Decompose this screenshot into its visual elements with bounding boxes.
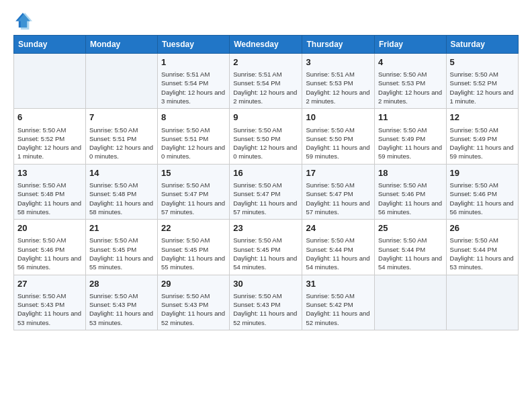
day-number: 15	[161, 167, 226, 179]
day-info: Sunrise: 5:50 AMSunset: 5:45 PMDaylight:…	[233, 236, 298, 271]
header	[13, 11, 519, 30]
day-info: Sunrise: 5:50 AMSunset: 5:51 PMDaylight:…	[89, 126, 154, 161]
day-info: Sunrise: 5:51 AMSunset: 5:53 PMDaylight:…	[306, 70, 371, 105]
day-number: 4	[378, 56, 443, 68]
week-row-1: 1Sunrise: 5:51 AMSunset: 5:54 PMDaylight…	[14, 54, 519, 109]
weekday-header-row: SundayMondayTuesdayWednesdayThursdayFrid…	[14, 36, 519, 54]
day-info: Sunrise: 5:50 AMSunset: 5:47 PMDaylight:…	[306, 181, 371, 216]
day-number: 9	[233, 111, 298, 124]
calendar-cell: 29Sunrise: 5:50 AMSunset: 5:43 PMDayligh…	[158, 275, 230, 330]
day-info: Sunrise: 5:51 AMSunset: 5:54 PMDaylight:…	[233, 70, 298, 105]
week-row-5: 27Sunrise: 5:50 AMSunset: 5:43 PMDayligh…	[14, 275, 519, 330]
day-info: Sunrise: 5:50 AMSunset: 5:45 PMDaylight:…	[161, 236, 226, 271]
calendar-cell: 28Sunrise: 5:50 AMSunset: 5:43 PMDayligh…	[85, 275, 157, 330]
day-number: 17	[306, 167, 371, 179]
week-row-3: 13Sunrise: 5:50 AMSunset: 5:48 PMDayligh…	[14, 164, 519, 219]
day-info: Sunrise: 5:50 AMSunset: 5:46 PMDaylight:…	[378, 181, 443, 216]
calendar-cell: 2Sunrise: 5:51 AMSunset: 5:54 PMDaylight…	[230, 54, 302, 109]
day-info: Sunrise: 5:50 AMSunset: 5:53 PMDaylight:…	[378, 70, 443, 105]
calendar-cell: 12Sunrise: 5:50 AMSunset: 5:49 PMDayligh…	[446, 109, 518, 164]
logo	[13, 11, 35, 30]
day-number: 7	[89, 111, 154, 124]
weekday-header-sunday: Sunday	[14, 36, 86, 54]
day-info: Sunrise: 5:50 AMSunset: 5:49 PMDaylight:…	[378, 126, 443, 161]
calendar-cell: 4Sunrise: 5:50 AMSunset: 5:53 PMDaylight…	[375, 54, 447, 109]
calendar-cell: 22Sunrise: 5:50 AMSunset: 5:45 PMDayligh…	[158, 220, 230, 275]
day-info: Sunrise: 5:50 AMSunset: 5:47 PMDaylight:…	[233, 181, 298, 216]
calendar-cell	[446, 275, 518, 330]
calendar-cell: 5Sunrise: 5:50 AMSunset: 5:52 PMDaylight…	[446, 54, 518, 109]
calendar-cell: 6Sunrise: 5:50 AMSunset: 5:52 PMDaylight…	[14, 109, 86, 164]
day-number: 20	[17, 222, 82, 234]
day-info: Sunrise: 5:50 AMSunset: 5:48 PMDaylight:…	[17, 181, 82, 216]
day-number: 31	[306, 278, 371, 290]
calendar-cell: 16Sunrise: 5:50 AMSunset: 5:47 PMDayligh…	[230, 164, 302, 219]
day-info: Sunrise: 5:50 AMSunset: 5:50 PMDaylight:…	[306, 126, 371, 161]
weekday-header-tuesday: Tuesday	[158, 36, 230, 54]
weekday-header-saturday: Saturday	[446, 36, 518, 54]
day-number: 24	[306, 222, 371, 234]
day-info: Sunrise: 5:50 AMSunset: 5:42 PMDaylight:…	[306, 291, 371, 327]
calendar-cell: 27Sunrise: 5:50 AMSunset: 5:43 PMDayligh…	[14, 275, 86, 330]
day-number: 3	[306, 56, 371, 68]
day-number: 27	[17, 278, 82, 290]
calendar-cell: 10Sunrise: 5:50 AMSunset: 5:50 PMDayligh…	[302, 109, 375, 164]
weekday-header-wednesday: Wednesday	[230, 36, 302, 54]
calendar-cell: 20Sunrise: 5:50 AMSunset: 5:46 PMDayligh…	[14, 220, 86, 275]
day-info: Sunrise: 5:50 AMSunset: 5:46 PMDaylight:…	[17, 236, 82, 271]
day-info: Sunrise: 5:50 AMSunset: 5:44 PMDaylight:…	[306, 236, 371, 271]
day-number: 22	[161, 222, 226, 234]
day-info: Sunrise: 5:50 AMSunset: 5:52 PMDaylight:…	[450, 70, 515, 105]
calendar-cell: 26Sunrise: 5:50 AMSunset: 5:44 PMDayligh…	[446, 220, 518, 275]
weekday-header-monday: Monday	[85, 36, 157, 54]
calendar-cell: 14Sunrise: 5:50 AMSunset: 5:48 PMDayligh…	[85, 164, 157, 219]
day-number: 25	[378, 222, 443, 234]
day-number: 18	[378, 167, 443, 179]
day-info: Sunrise: 5:50 AMSunset: 5:47 PMDaylight:…	[161, 181, 226, 216]
day-info: Sunrise: 5:50 AMSunset: 5:46 PMDaylight:…	[450, 181, 515, 216]
day-info: Sunrise: 5:50 AMSunset: 5:43 PMDaylight:…	[17, 291, 82, 327]
week-row-2: 6Sunrise: 5:50 AMSunset: 5:52 PMDaylight…	[14, 109, 519, 164]
day-number: 28	[89, 278, 154, 290]
day-info: Sunrise: 5:50 AMSunset: 5:44 PMDaylight:…	[378, 236, 443, 271]
calendar-cell: 3Sunrise: 5:51 AMSunset: 5:53 PMDaylight…	[302, 54, 375, 109]
calendar-cell: 13Sunrise: 5:50 AMSunset: 5:48 PMDayligh…	[14, 164, 86, 219]
calendar-cell	[85, 54, 157, 109]
day-number: 26	[450, 222, 515, 234]
day-number: 14	[89, 167, 154, 179]
calendar-cell: 25Sunrise: 5:50 AMSunset: 5:44 PMDayligh…	[375, 220, 447, 275]
calendar-cell	[14, 54, 86, 109]
weekday-header-thursday: Thursday	[302, 36, 375, 54]
calendar-page: SundayMondayTuesdayWednesdayThursdayFrid…	[0, 0, 532, 411]
calendar-cell: 17Sunrise: 5:50 AMSunset: 5:47 PMDayligh…	[302, 164, 375, 219]
calendar-cell: 31Sunrise: 5:50 AMSunset: 5:42 PMDayligh…	[302, 275, 375, 330]
calendar-cell	[375, 275, 447, 330]
day-number: 19	[450, 167, 515, 179]
day-number: 23	[233, 222, 298, 234]
day-info: Sunrise: 5:50 AMSunset: 5:43 PMDaylight:…	[233, 291, 298, 327]
day-info: Sunrise: 5:50 AMSunset: 5:43 PMDaylight:…	[89, 291, 154, 327]
calendar-cell: 30Sunrise: 5:50 AMSunset: 5:43 PMDayligh…	[230, 275, 302, 330]
calendar-cell: 11Sunrise: 5:50 AMSunset: 5:49 PMDayligh…	[375, 109, 447, 164]
day-info: Sunrise: 5:50 AMSunset: 5:51 PMDaylight:…	[161, 126, 226, 161]
day-info: Sunrise: 5:50 AMSunset: 5:44 PMDaylight:…	[450, 236, 515, 271]
weekday-header-friday: Friday	[375, 36, 447, 54]
calendar-cell: 23Sunrise: 5:50 AMSunset: 5:45 PMDayligh…	[230, 220, 302, 275]
day-number: 5	[450, 56, 515, 68]
day-number: 2	[233, 56, 298, 68]
day-number: 16	[233, 167, 298, 179]
calendar-cell: 21Sunrise: 5:50 AMSunset: 5:45 PMDayligh…	[85, 220, 157, 275]
day-number: 1	[161, 56, 226, 68]
day-number: 11	[378, 111, 443, 124]
logo-icon	[13, 11, 32, 30]
day-info: Sunrise: 5:50 AMSunset: 5:45 PMDaylight:…	[89, 236, 154, 271]
week-row-4: 20Sunrise: 5:50 AMSunset: 5:46 PMDayligh…	[14, 220, 519, 275]
day-number: 10	[306, 111, 371, 124]
calendar-cell: 8Sunrise: 5:50 AMSunset: 5:51 PMDaylight…	[158, 109, 230, 164]
day-number: 12	[450, 111, 515, 124]
day-number: 21	[89, 222, 154, 234]
day-info: Sunrise: 5:51 AMSunset: 5:54 PMDaylight:…	[161, 70, 226, 105]
day-info: Sunrise: 5:50 AMSunset: 5:49 PMDaylight:…	[450, 126, 515, 161]
calendar-cell: 15Sunrise: 5:50 AMSunset: 5:47 PMDayligh…	[158, 164, 230, 219]
day-info: Sunrise: 5:50 AMSunset: 5:48 PMDaylight:…	[89, 181, 154, 216]
